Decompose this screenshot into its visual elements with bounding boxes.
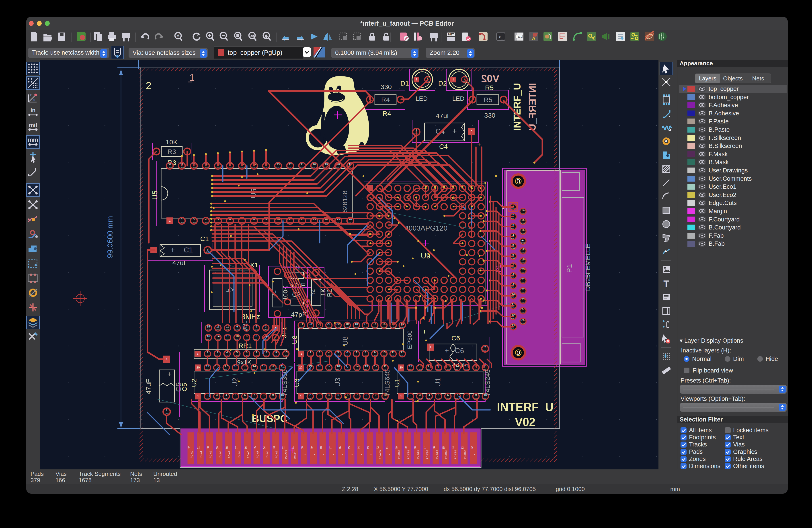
svg-text:37: 37 xyxy=(423,446,426,449)
svg-text:GND: GND xyxy=(511,237,515,239)
svg-text:GND: GND xyxy=(374,397,378,399)
svg-text:14: 14 xyxy=(216,334,219,338)
svg-text:19: 19 xyxy=(521,258,524,261)
svg-text:33: 33 xyxy=(461,446,464,449)
svg-text:21: 21 xyxy=(521,278,524,281)
svg-text:GND: GND xyxy=(511,208,515,210)
svg-text:12: 12 xyxy=(226,334,229,338)
svg-text:2: 2 xyxy=(309,393,311,397)
svg-text:2: 2 xyxy=(309,351,311,354)
svg-text:8: 8 xyxy=(246,334,247,338)
svg-text:62: 62 xyxy=(188,446,191,449)
svg-text:1: 1 xyxy=(452,78,454,81)
svg-text:GND: GND xyxy=(521,292,525,294)
svg-text:GND: GND xyxy=(327,397,331,399)
svg-text:17: 17 xyxy=(224,365,228,368)
svg-text:V02: V02 xyxy=(481,73,499,84)
svg-text:1: 1 xyxy=(400,395,402,398)
svg-text:GND: GND xyxy=(391,326,395,328)
svg-text:GND: GND xyxy=(318,355,321,357)
svg-text:11: 11 xyxy=(226,325,229,328)
svg-text:GND: GND xyxy=(262,397,266,399)
svg-text:x: x xyxy=(388,454,391,455)
svg-text:6: 6 xyxy=(346,351,348,354)
svg-text:GND: GND xyxy=(252,368,256,370)
svg-text:GND: GND xyxy=(234,368,237,370)
svg-text:15: 15 xyxy=(243,365,246,368)
svg-text:GND: GND xyxy=(401,326,404,328)
svg-text:INTERF_U: INTERF_U xyxy=(512,83,523,131)
svg-text:GND: GND xyxy=(511,228,515,230)
svg-text:44: 44 xyxy=(357,446,360,449)
svg-text:330: 330 xyxy=(381,83,392,90)
svg-text:47uF: 47uF xyxy=(173,259,188,266)
svg-text:PC-DB1: PC-DB1 xyxy=(407,450,410,459)
svg-text:GND: GND xyxy=(521,282,525,283)
svg-text:>_: >_ xyxy=(499,35,504,40)
svg-text:GND: GND xyxy=(418,368,422,370)
svg-text:2: 2 xyxy=(206,393,208,397)
svg-text:GND: GND xyxy=(374,368,378,370)
svg-text:9: 9 xyxy=(375,393,376,397)
svg-text:GND: GND xyxy=(204,222,208,224)
svg-text:GND: GND xyxy=(243,397,247,399)
svg-text:3: 3 xyxy=(319,393,320,397)
svg-text:16: 16 xyxy=(521,228,524,232)
svg-text:GND: GND xyxy=(215,397,219,399)
svg-text:GND: GND xyxy=(364,326,367,328)
svg-text:PC-DB3: PC-DB3 xyxy=(426,450,429,459)
svg-text:GND: GND xyxy=(264,329,268,331)
svg-text:5: 5 xyxy=(235,393,236,397)
svg-text:47: 47 xyxy=(329,446,332,449)
svg-text:GND: GND xyxy=(206,338,211,340)
svg-text:GND: GND xyxy=(483,397,487,399)
svg-text:1: 1 xyxy=(430,345,431,349)
svg-text:GND: GND xyxy=(318,368,321,370)
svg-text:20: 20 xyxy=(336,322,339,325)
svg-text:2: 2 xyxy=(206,351,208,354)
svg-text:1: 1 xyxy=(300,352,302,355)
svg-text:x: x xyxy=(341,454,344,455)
svg-text:GND: GND xyxy=(521,222,525,224)
svg-text:GND: GND xyxy=(288,167,292,168)
svg-text:PC-AEN: PC-AEN xyxy=(379,450,381,459)
svg-text:GND: GND xyxy=(336,326,340,328)
svg-text:C1: C1 xyxy=(184,246,193,254)
svg-text:330: 330 xyxy=(484,112,495,119)
svg-text:14: 14 xyxy=(253,365,256,368)
svg-text:U9: U9 xyxy=(421,251,430,260)
svg-text:13: 13 xyxy=(465,365,468,368)
svg-text:R4: R4 xyxy=(382,110,391,117)
svg-text:GND: GND xyxy=(465,368,469,370)
svg-text:GND: GND xyxy=(354,326,358,328)
svg-text:PC-A3: PC-A3 xyxy=(219,451,221,458)
svg-text:GND: GND xyxy=(180,222,184,224)
svg-text:GND: GND xyxy=(446,397,450,399)
svg-text:32: 32 xyxy=(168,163,171,166)
svg-text:GND: GND xyxy=(521,302,525,304)
svg-text:GND: GND xyxy=(521,322,525,324)
svg-text:GND: GND xyxy=(192,222,196,224)
svg-text:4: 4 xyxy=(328,393,330,397)
svg-text:GND: GND xyxy=(284,355,288,357)
svg-text:GND: GND xyxy=(165,413,169,415)
svg-text:GND: GND xyxy=(204,167,208,168)
svg-text:GND: GND xyxy=(216,338,220,340)
svg-text:GND: GND xyxy=(276,167,280,168)
svg-text:23: 23 xyxy=(277,163,280,166)
svg-text:59: 59 xyxy=(216,446,219,449)
svg-text:U5: U5 xyxy=(151,191,159,200)
svg-text:DB25FEMELLE: DB25FEMELLE xyxy=(584,244,591,291)
svg-text:GND: GND xyxy=(382,326,386,328)
svg-text:6: 6 xyxy=(447,393,449,397)
svg-text:46: 46 xyxy=(338,446,342,449)
svg-text:53: 53 xyxy=(273,446,276,449)
svg-text:23: 23 xyxy=(521,298,524,301)
svg-text:19: 19 xyxy=(325,163,328,166)
svg-text:θ: θ xyxy=(33,98,35,102)
svg-text:13: 13 xyxy=(216,325,219,328)
svg-text:+: + xyxy=(445,347,449,355)
svg-text:GND: GND xyxy=(474,368,478,370)
svg-text:15: 15 xyxy=(207,325,210,328)
svg-text:3: 3 xyxy=(265,325,266,328)
